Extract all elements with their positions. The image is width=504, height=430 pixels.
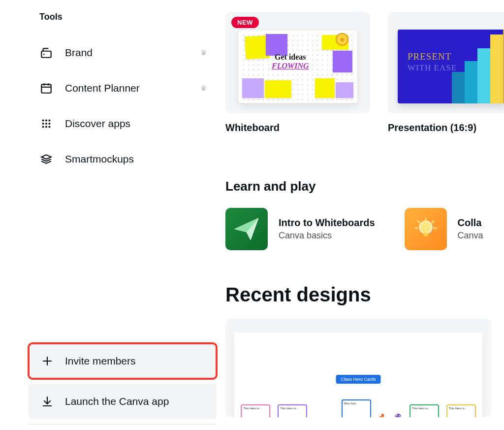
thumb-text: PRESENT — [408, 51, 457, 62]
hero-card: This Hero is... — [410, 404, 439, 417]
hero-card: This Hero is... — [446, 404, 476, 417]
new-badge: NEW — [231, 17, 259, 28]
learn-heading: Learn and play — [225, 179, 504, 194]
crown-icon: ♛ — [200, 84, 207, 93]
svg-point-14 — [419, 221, 432, 233]
tools-heading: Tools — [39, 12, 217, 22]
svg-rect-2 — [41, 84, 51, 93]
recent-chip: Class Hero Cards — [336, 375, 380, 384]
apps-icon — [39, 117, 53, 131]
sidebar-item-label: Brand — [65, 47, 200, 59]
sidebar-item-brand[interactable]: Brand ♛ — [39, 35, 217, 70]
planner-icon — [39, 81, 53, 95]
svg-point-3 — [42, 120, 44, 122]
sidebar-item-content-planner[interactable]: Content Planner ♛ — [39, 70, 217, 106]
svg-point-6 — [42, 123, 44, 125]
svg-point-9 — [42, 126, 44, 128]
hero-card: This Hero is... — [278, 404, 307, 417]
sidebar-item-label: Smartmockups — [65, 153, 217, 165]
learn-item-title: Colla — [458, 217, 483, 229]
sidebar: Tools Brand ♛ Content Planner ♛ — [0, 0, 217, 177]
learn-item-whiteboards[interactable]: Intro to Whiteboards Canva basics — [225, 208, 375, 250]
divider — [29, 424, 217, 425]
svg-point-5 — [48, 120, 50, 122]
sidebar-item-label: Content Planner — [65, 82, 200, 94]
sidebar-actions: Invite members Launch the Canva app — [29, 343, 217, 425]
svg-rect-0 — [41, 51, 51, 58]
template-thumb: NEW Get ideas FLOWING ★ — [225, 12, 370, 113]
template-row: NEW Get ideas FLOWING ★ — [225, 12, 504, 133]
hero-card: This Hero is... — [241, 404, 270, 417]
launch-app-label: Launch the Canva app — [65, 396, 169, 407]
sidebar-item-discover-apps[interactable]: Discover apps — [39, 106, 217, 141]
svg-point-8 — [48, 123, 50, 125]
svg-rect-15 — [423, 232, 428, 236]
main-content: NEW Get ideas FLOWING ★ — [225, 0, 504, 417]
invite-members-label: Invite members — [65, 355, 136, 367]
lightbulb-icon — [405, 208, 447, 250]
mockups-icon — [39, 152, 53, 166]
svg-point-10 — [45, 126, 47, 128]
hero-card: Miss Adu — [342, 399, 371, 417]
template-card-presentation[interactable]: PRESENT WITH EASE Presentation (16:9) — [388, 12, 504, 133]
invite-members-button[interactable]: Invite members — [29, 343, 217, 379]
launch-app-button[interactable]: Launch the Canva app — [29, 384, 217, 419]
crystal-icon: 🔮 — [394, 413, 402, 417]
recent-heading: Recent designs — [225, 284, 504, 306]
svg-point-11 — [48, 126, 50, 128]
template-thumb: PRESENT WITH EASE — [388, 12, 504, 113]
brand-icon — [39, 46, 53, 60]
download-icon — [40, 395, 54, 408]
thumb-text: FLOWING — [272, 62, 309, 70]
svg-point-4 — [45, 120, 47, 122]
recent-design-card[interactable]: Class Hero Cards This Hero is... This He… — [225, 319, 491, 417]
thumb-text: Get ideas — [272, 53, 309, 62]
thumb-text: WITH EASE — [408, 63, 457, 73]
template-title: Whiteboard — [225, 122, 370, 133]
learn-item-collab[interactable]: Colla Canva — [405, 208, 483, 250]
learn-row: Intro to Whiteboards Canva basics Colla … — [225, 208, 504, 250]
star-icon: ★ — [336, 33, 348, 46]
sidebar-item-smartmockups[interactable]: Smartmockups — [39, 141, 217, 177]
template-card-whiteboard[interactable]: NEW Get ideas FLOWING ★ — [225, 12, 370, 133]
learn-item-subtitle: Canva basics — [279, 231, 375, 241]
svg-point-7 — [45, 123, 47, 125]
svg-point-1 — [43, 54, 45, 55]
plus-icon — [40, 354, 54, 368]
learn-item-subtitle: Canva — [458, 231, 483, 241]
fire-icon: 🔥 — [378, 413, 386, 417]
sidebar-item-label: Discover apps — [65, 118, 217, 130]
crown-icon: ♛ — [200, 48, 207, 57]
paper-plane-icon — [225, 208, 268, 250]
template-title: Presentation (16:9) — [388, 122, 504, 133]
learn-item-title: Intro to Whiteboards — [279, 217, 375, 229]
